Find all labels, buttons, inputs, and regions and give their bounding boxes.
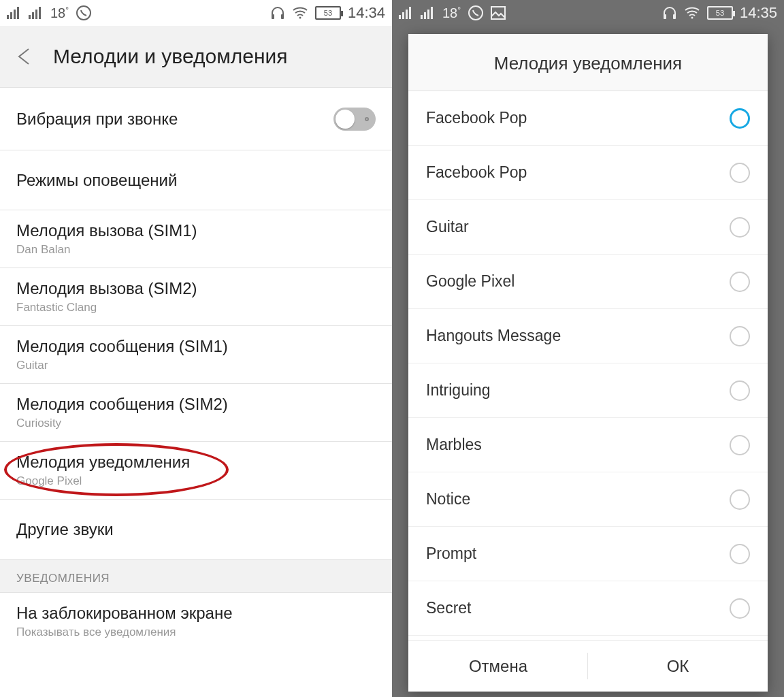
row-notification-sound[interactable]: Мелодия уведомления Google Pixel: [0, 442, 392, 500]
option-label: Notice: [426, 490, 470, 508]
temperature: 18°: [50, 5, 69, 21]
cancel-button[interactable]: Отмена: [408, 641, 588, 692]
svg-rect-4: [29, 15, 31, 19]
svg-rect-21: [491, 7, 505, 19]
option-label: Intriguing: [426, 381, 491, 400]
battery-icon: 53: [315, 6, 341, 20]
dialog-title: Мелодия уведомления: [408, 34, 768, 91]
header: Мелодии и уведомления: [0, 26, 392, 87]
status-bar: 18° 53 14:35: [392, 0, 784, 26]
wifi-icon: [684, 6, 700, 20]
ok-button[interactable]: ОК: [588, 641, 768, 692]
svg-rect-18: [427, 10, 429, 19]
row-ringtone-sim2[interactable]: Мелодия вызова (SIM2) Fantastic Clang: [0, 268, 392, 326]
option-label: Facebook Pop: [426, 109, 527, 127]
row-label: Мелодия вызова (SIM1): [16, 221, 376, 240]
svg-rect-13: [402, 12, 404, 19]
option-label: Marbles: [426, 436, 482, 454]
radio-icon[interactable]: [730, 108, 750, 129]
svg-point-24: [691, 17, 693, 19]
radio-icon[interactable]: [730, 489, 750, 510]
svg-point-11: [299, 17, 301, 19]
back-button[interactable]: [14, 45, 37, 68]
radio-icon[interactable]: [730, 326, 750, 346]
option-label: Hangouts Message: [426, 327, 561, 345]
viber-icon: [468, 5, 484, 21]
signal-icon-2: [421, 7, 436, 19]
radio-icon[interactable]: [730, 598, 750, 619]
row-vibrate-on-call[interactable]: Вибрация при звонке: [0, 88, 392, 150]
battery-icon: 53: [707, 6, 733, 20]
svg-rect-19: [431, 7, 433, 19]
svg-rect-2: [14, 10, 16, 19]
svg-rect-12: [399, 15, 401, 19]
row-label: Мелодия вызова (SIM2): [16, 279, 376, 298]
clock: 14:34: [348, 4, 385, 22]
row-ringtone-sim1[interactable]: Мелодия вызова (SIM1) Dan Balan: [0, 210, 392, 268]
row-label: На заблокированном экране: [16, 604, 376, 623]
dialog-option[interactable]: Notice: [408, 472, 768, 527]
svg-rect-16: [421, 15, 423, 19]
svg-rect-0: [7, 15, 9, 19]
screen-settings: 18° 53 14:34 Мелодии и уведомления Вибра…: [0, 0, 392, 697]
temperature: 18°: [442, 5, 461, 21]
signal-icon: [7, 7, 22, 19]
dialog-option[interactable]: Google Pixel: [408, 255, 768, 309]
headphones-icon: [662, 5, 677, 20]
row-sublabel: Guitar: [16, 359, 376, 372]
option-label: Guitar: [426, 218, 469, 236]
svg-rect-14: [406, 10, 408, 19]
ringtone-dialog: Мелодия уведомления Facebook PopFacebook…: [408, 34, 768, 692]
dialog-option[interactable]: Guitar: [408, 200, 768, 255]
row-sublabel: Fantastic Clang: [16, 301, 376, 314]
option-label: Facebook Pop: [426, 163, 527, 182]
row-lock-screen-notifications[interactable]: На заблокированном экране Показывать все…: [0, 593, 392, 650]
screen-dialog: 18° 53 14:35 Мелодия уведомления Faceboo…: [392, 0, 784, 697]
svg-rect-1: [10, 12, 12, 19]
svg-rect-17: [424, 12, 426, 19]
radio-icon[interactable]: [730, 163, 750, 183]
radio-icon[interactable]: [730, 544, 750, 564]
option-label: Secret: [426, 599, 471, 617]
svg-rect-5: [32, 12, 34, 19]
svg-point-20: [469, 6, 483, 20]
image-icon: [491, 6, 506, 20]
row-alert-modes[interactable]: Режимы оповещений: [0, 150, 392, 210]
option-label: Google Pixel: [426, 272, 514, 291]
toggle-vibrate[interactable]: [333, 108, 376, 131]
dialog-option-list[interactable]: Facebook PopFacebook PopGuitarGoogle Pix…: [408, 91, 768, 640]
status-bar: 18° 53 14:34: [0, 0, 392, 26]
dialog-option[interactable]: Secret: [408, 581, 768, 636]
dialog-option[interactable]: Facebook Pop: [408, 146, 768, 200]
signal-icon: [399, 7, 414, 19]
dialog-option[interactable]: Intriguing: [408, 363, 768, 418]
signal-icon-2: [29, 7, 44, 19]
dialog-option[interactable]: Prompt: [408, 527, 768, 581]
row-label: Другие звуки: [16, 520, 376, 539]
svg-rect-10: [281, 14, 284, 19]
svg-rect-22: [664, 14, 666, 19]
radio-icon[interactable]: [730, 217, 750, 238]
dialog-option[interactable]: Facebook Pop: [408, 91, 768, 146]
option-label: Prompt: [426, 545, 476, 563]
row-sublabel: Показывать все уведомления: [16, 626, 376, 639]
row-label: Мелодия сообщения (SIM1): [16, 337, 376, 356]
headphones-icon: [270, 5, 285, 20]
row-message-sim2[interactable]: Мелодия сообщения (SIM2) Curiosity: [0, 384, 392, 442]
svg-rect-6: [35, 10, 37, 19]
row-label: Мелодия уведомления: [16, 453, 376, 472]
radio-icon[interactable]: [730, 380, 750, 401]
row-other-sounds[interactable]: Другие звуки: [0, 500, 392, 560]
radio-icon[interactable]: [730, 435, 750, 455]
row-sublabel: Curiosity: [16, 417, 376, 430]
row-sublabel: Google Pixel: [16, 474, 376, 488]
row-sublabel: Dan Balan: [16, 243, 376, 257]
row-message-sim1[interactable]: Мелодия сообщения (SIM1) Guitar: [0, 326, 392, 384]
page-title: Мелодии и уведомления: [53, 45, 288, 68]
svg-rect-15: [409, 7, 411, 19]
svg-rect-23: [673, 14, 676, 19]
dialog-option[interactable]: Hangouts Message: [408, 309, 768, 363]
dialog-option[interactable]: Marbles: [408, 418, 768, 472]
radio-icon[interactable]: [730, 272, 750, 292]
svg-rect-9: [272, 14, 274, 19]
